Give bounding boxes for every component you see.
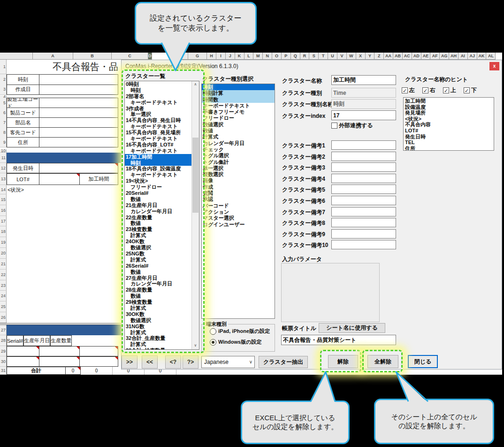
column-header[interactable]: D (148, 53, 152, 60)
column-header[interactable]: Q (291, 53, 300, 60)
cluster-type-item[interactable]: 時刻計算 (202, 90, 275, 96)
cluster-list[interactable]: ∧ ∨ 0時刻時刻2部署名キーボードテキスト3作成者単一選択14不具合内容_発生… (124, 81, 199, 350)
cluster-type-item[interactable]: チェック (202, 146, 275, 153)
remark-input[interactable] (331, 185, 396, 194)
label-cell[interactable]: 部品名 (7, 117, 39, 128)
row-number[interactable]: 11 (0, 153, 7, 163)
hint-direction-option[interactable]: ✓ 上 (443, 86, 460, 94)
hint-list-item[interactable]: 設備温度 (404, 104, 494, 110)
hint-direction-option[interactable]: ✓ 下 (464, 86, 481, 94)
row-number[interactable]: 29 (0, 346, 7, 356)
cluster-list-item[interactable]: 22生産数量 (125, 215, 192, 221)
cluster-type-item[interactable]: ログインユーザー (202, 222, 275, 228)
row-number[interactable]: 19 (0, 237, 7, 248)
close-icon[interactable]: x (489, 62, 499, 70)
report-title-input[interactable] (281, 335, 396, 345)
release-all-button[interactable]: 全解除 (367, 355, 398, 368)
cluster-type-item[interactable]: トグル集計 (202, 159, 275, 165)
value-cell[interactable] (39, 163, 118, 173)
cluster-list-item[interactable]: カレンダー年月日 (125, 281, 192, 287)
value-cell[interactable] (39, 85, 118, 95)
checkbox-checked-icon[interactable]: ✓ (443, 87, 449, 93)
language-select[interactable]: Japanese ∨ (201, 356, 255, 368)
row-number[interactable]: 14 (0, 185, 7, 194)
cluster-list-item[interactable]: 数値 (125, 220, 192, 226)
label-cell[interactable]: 製造工場コード (7, 98, 39, 108)
row-number[interactable]: 25 (0, 301, 7, 312)
remark-input[interactable] (331, 174, 396, 183)
remark-input[interactable] (331, 196, 396, 205)
cluster-index-input[interactable] (331, 110, 396, 120)
cluster-list-item[interactable]: 数値 (125, 293, 192, 299)
label-cell[interactable]: 作成日 (7, 85, 39, 95)
remark-input[interactable] (331, 218, 396, 227)
column-header[interactable]: W (347, 53, 356, 60)
row-number[interactable]: 6 (0, 108, 7, 118)
data-cell[interactable] (7, 346, 39, 356)
column-header[interactable]: H (207, 53, 216, 60)
radio-option[interactable]: iPad, iPhone版の設定 (210, 328, 279, 335)
data-cell[interactable] (39, 356, 80, 367)
column-header[interactable]: G (188, 53, 207, 60)
checkbox-checked-icon[interactable]: ✓ (464, 87, 470, 93)
row-number[interactable]: 20 (0, 248, 7, 259)
column-header[interactable] (0, 53, 33, 60)
scroll-up-icon[interactable]: ∧ (192, 81, 199, 88)
cluster-list-item[interactable]: 18不具合内容_設備温度 (125, 166, 192, 172)
cluster-type-item[interactable]: 単一選択 (202, 165, 275, 171)
nav-button[interactable]: ?> (183, 355, 199, 369)
cluster-type-item[interactable]: 計算式 (202, 134, 275, 140)
column-header[interactable]: Z (374, 53, 384, 60)
column-header[interactable]: T (319, 53, 328, 60)
column-header[interactable]: AC (403, 53, 412, 60)
column-header[interactable]: M (253, 53, 263, 60)
cluster-list-item[interactable]: キーボードテキスト (125, 136, 192, 142)
cluster-list-item[interactable]: 19<状況> (125, 178, 192, 184)
cluster-list-item[interactable]: 計算式 (125, 341, 192, 347)
cluster-list-item[interactable]: 単一選択 (125, 111, 192, 117)
cluster-type-item[interactable]: アクション (202, 209, 275, 215)
cluster-type-item[interactable]: バーコード (202, 203, 275, 209)
cluster-type-item[interactable]: 複数選択 (202, 171, 275, 177)
row-number[interactable]: 2 (0, 74, 7, 85)
cluster-type-item[interactable]: マスター選択 (202, 215, 275, 221)
cluster-list-item[interactable]: 計算式 (125, 330, 192, 336)
column-header[interactable]: AB (393, 53, 403, 60)
value-cell[interactable] (39, 137, 118, 147)
column-header[interactable]: AL (486, 53, 496, 60)
scroll-thumb[interactable] (192, 138, 199, 213)
cluster-list-item[interactable]: 28生産数量 (125, 287, 192, 293)
column-header[interactable]: AA (384, 53, 393, 60)
cluster-extract-button[interactable]: クラスター抽出 (259, 356, 308, 368)
column-header[interactable]: N (263, 53, 272, 60)
remark-input[interactable] (331, 240, 396, 249)
column-header[interactable]: B (73, 53, 112, 60)
column-header[interactable]: V (337, 53, 347, 60)
release-button[interactable]: 解除 (328, 355, 358, 368)
cluster-type-item[interactable]: 査閲 (202, 190, 275, 196)
row-number[interactable]: 12 (0, 163, 7, 173)
external-link-option[interactable]: 外部連携する (331, 122, 373, 130)
cluster-list-item[interactable]: 14不具合内容_発生日時 (125, 117, 192, 123)
remark-input[interactable] (331, 229, 396, 239)
cluster-list-item[interactable]: 24OK数 (125, 239, 192, 245)
cluster-list-item[interactable]: 数値 (125, 196, 192, 202)
header-cell[interactable]: 生産数量 (50, 335, 72, 346)
row-number[interactable]: 7 (0, 117, 7, 128)
cluster-type-item[interactable]: 時刻 (202, 84, 275, 90)
cluster-list-item[interactable]: キーボードテキスト (125, 123, 192, 130)
hint-list-item[interactable]: <状況> (404, 116, 494, 122)
cluster-list-item[interactable]: 21生産年月日 (125, 202, 192, 208)
cluster-type-item[interactable]: カレンダー年月日 (202, 140, 275, 146)
column-header[interactable]: F (170, 53, 188, 60)
hint-list-item[interactable]: 不具合内容 (404, 122, 494, 128)
value-cell[interactable] (39, 173, 80, 185)
processing-time-cell[interactable]: 加工時間 (80, 173, 118, 185)
radio-icon[interactable] (210, 339, 216, 346)
cluster-type-item[interactable]: キーボードテキスト (202, 103, 275, 109)
row-number[interactable]: 22 (0, 270, 7, 280)
row-number[interactable]: 26 (0, 312, 7, 323)
column-header[interactable]: A (33, 53, 73, 60)
hint-direction-option[interactable]: ✓ 左 (402, 86, 419, 94)
cluster-type-item[interactable]: トグル選択 (202, 153, 275, 159)
